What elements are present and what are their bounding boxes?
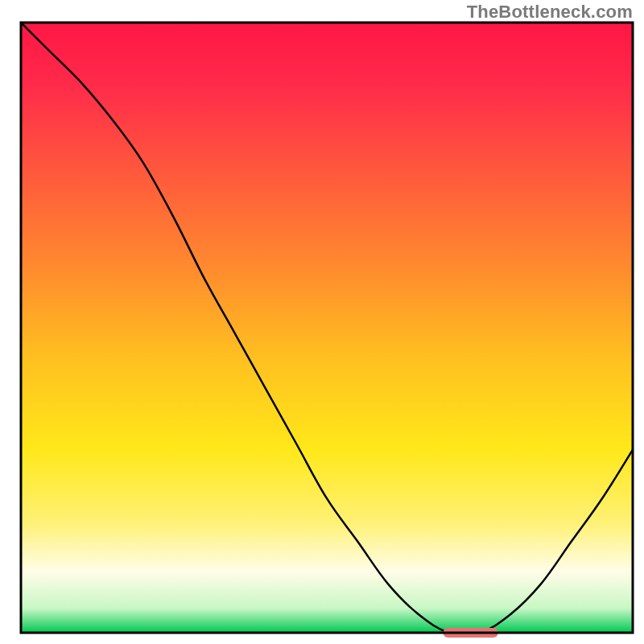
watermark-text: TheBottleneck.com bbox=[467, 2, 633, 23]
bottleneck-chart: TheBottleneck.com bbox=[0, 0, 644, 644]
chart-svg bbox=[0, 0, 644, 644]
plot-background bbox=[21, 23, 633, 633]
